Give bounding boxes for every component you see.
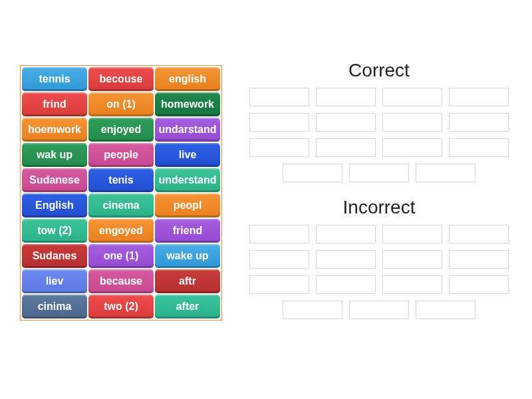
word-tile[interactable]: liev — [22, 269, 87, 293]
drop-slot[interactable] — [349, 301, 409, 319]
word-tile[interactable]: on (1) — [88, 92, 154, 116]
word-tile[interactable]: undarstand — [155, 118, 220, 142]
tile-row: tennisbecouseenglish — [22, 67, 220, 91]
drop-slot[interactable] — [382, 250, 442, 269]
drop-slot[interactable] — [382, 138, 442, 157]
tile-source-box: tennisbecouseenglishfrindon (1)homeworkh… — [20, 65, 222, 321]
word-tile[interactable]: Sudanese — [22, 168, 87, 192]
word-tile[interactable]: tennis — [22, 67, 87, 91]
word-tile[interactable]: frind — [22, 92, 87, 116]
word-tile[interactable]: understand — [155, 168, 220, 192]
drop-slot[interactable] — [382, 275, 442, 294]
drop-slot[interactable] — [249, 250, 309, 269]
drop-slot[interactable] — [382, 88, 442, 106]
drop-slot[interactable] — [316, 138, 376, 157]
drop-zones: CorrectIncorrect — [246, 60, 512, 334]
drop-slot[interactable] — [382, 225, 442, 243]
word-tile[interactable]: after — [155, 295, 220, 319]
word-tile[interactable]: wake up — [155, 244, 220, 268]
drop-slot[interactable] — [316, 250, 376, 269]
tile-row: lievbecauseaftr — [22, 269, 220, 293]
drop-slot[interactable] — [449, 113, 509, 132]
tile-row: Sudanesetenisunderstand — [22, 168, 220, 192]
drop-slot[interactable] — [449, 225, 509, 243]
word-tile[interactable]: homework — [155, 92, 220, 116]
drop-slot[interactable] — [283, 301, 342, 319]
drop-slot[interactable] — [349, 164, 409, 182]
correct-title: Correct — [246, 60, 512, 81]
word-tile[interactable]: because — [88, 269, 154, 293]
word-tile[interactable]: cinima — [22, 295, 87, 319]
drop-slot[interactable] — [316, 113, 376, 132]
word-tile[interactable]: enjoyed — [88, 118, 154, 142]
tile-row: frindon (1)homework — [22, 92, 220, 116]
word-tile[interactable]: friend — [155, 219, 220, 243]
tile-row: wak uppeoplelive — [22, 143, 220, 167]
drop-slot[interactable] — [316, 225, 376, 243]
tile-row: Sudanesone (1)wake up — [22, 244, 220, 268]
drop-slot[interactable] — [382, 113, 442, 132]
word-tile[interactable]: becouse — [88, 67, 154, 91]
correct-slots — [246, 88, 512, 182]
word-tile[interactable]: people — [88, 143, 154, 167]
drop-slot[interactable] — [449, 275, 509, 294]
word-tile[interactable]: live — [155, 143, 220, 167]
word-tile[interactable]: two (2) — [88, 295, 154, 319]
word-tile[interactable]: aftr — [155, 269, 220, 293]
drop-slot[interactable] — [449, 88, 509, 106]
incorrect-slots — [246, 225, 512, 319]
tile-row: cinimatwo (2)after — [22, 295, 220, 319]
tile-row: hoemworkenjoyedundarstand — [22, 118, 220, 142]
activity-stage: tennisbecouseenglishfrindon (1)homeworkh… — [0, 0, 532, 399]
drop-slot[interactable] — [249, 275, 309, 294]
word-tile[interactable]: Sudanes — [22, 244, 87, 268]
drop-slot[interactable] — [249, 88, 309, 106]
word-tile[interactable]: peopl — [155, 194, 220, 217]
tile-row: Englishcinemapeopl — [22, 194, 220, 217]
word-tile[interactable]: hoemwork — [22, 118, 87, 142]
word-tile[interactable]: engoyed — [88, 219, 154, 243]
word-tile[interactable]: tenis — [88, 168, 154, 192]
drop-slot[interactable] — [249, 113, 309, 132]
drop-slot[interactable] — [283, 164, 342, 182]
drop-slot[interactable] — [449, 138, 509, 157]
word-tile[interactable]: english — [155, 67, 220, 91]
tile-row: tow (2)engoyedfriend — [22, 219, 220, 243]
word-tile[interactable]: tow (2) — [22, 219, 87, 243]
drop-slot[interactable] — [249, 225, 309, 243]
word-tile[interactable]: one (1) — [88, 244, 154, 268]
word-tile[interactable]: cinema — [88, 194, 154, 217]
drop-slot[interactable] — [316, 88, 376, 106]
drop-slot[interactable] — [416, 301, 475, 319]
word-tile[interactable]: wak up — [22, 143, 87, 167]
incorrect-title: Incorrect — [246, 197, 512, 218]
drop-slot[interactable] — [249, 138, 309, 157]
drop-slot[interactable] — [416, 164, 475, 182]
drop-slot[interactable] — [449, 250, 509, 269]
drop-slot[interactable] — [316, 275, 376, 294]
word-tile[interactable]: English — [22, 194, 87, 217]
